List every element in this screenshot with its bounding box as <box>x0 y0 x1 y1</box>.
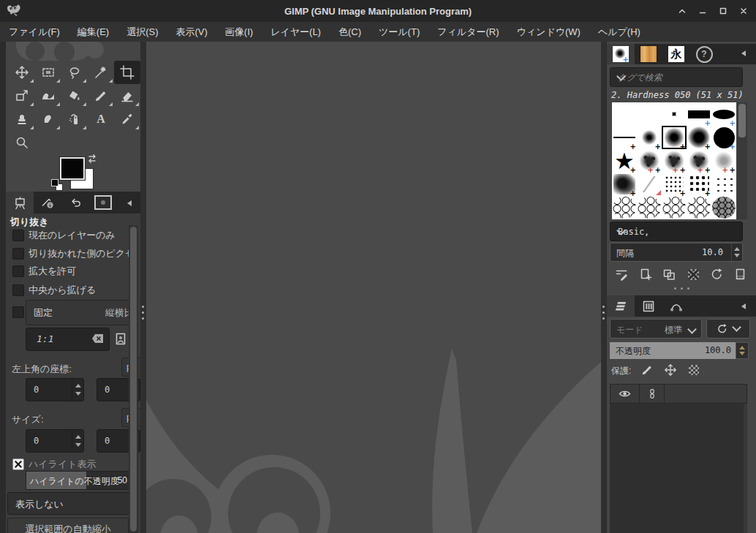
tool-color-picker[interactable] <box>114 107 140 131</box>
brush-cell[interactable] <box>711 173 736 196</box>
brush-cell[interactable]: + <box>687 126 711 149</box>
opacity-spinner-arrows[interactable] <box>736 342 749 359</box>
tool-paintbrush[interactable] <box>88 84 114 107</box>
tool-smudge[interactable] <box>35 107 61 131</box>
maximize-window-icon[interactable] <box>718 6 728 16</box>
lock-position-icon[interactable] <box>664 363 677 377</box>
tab-layers[interactable] <box>607 295 635 317</box>
brush-cell[interactable]: ++ <box>711 149 736 173</box>
menu-colors[interactable]: 色(C) <box>330 22 370 42</box>
duplicate-brush-icon[interactable] <box>661 265 678 283</box>
layer-opacity-slider[interactable]: 不透明度 100.0 <box>610 342 736 359</box>
tool-crop[interactable] <box>114 61 140 84</box>
tool-rectangle-select[interactable] <box>35 61 61 84</box>
new-brush-icon[interactable] <box>637 265 654 283</box>
brush-cell[interactable]: + <box>612 126 637 149</box>
menu-select[interactable]: 選択(S) <box>118 22 167 42</box>
dock-resize-handle[interactable] <box>607 287 756 290</box>
tool-options-scrollbar[interactable] <box>129 225 138 533</box>
layer-mode-switch-button[interactable] <box>706 319 750 339</box>
tool-move[interactable] <box>9 61 35 84</box>
brush-cell[interactable]: ++ <box>662 149 687 173</box>
link-column-header[interactable] <box>639 384 664 404</box>
fixed-aspect-dropdown[interactable]: 固定 縦横比 <box>26 300 131 325</box>
brush-cell[interactable] <box>637 196 662 219</box>
checkbox[interactable] <box>12 230 24 241</box>
delete-brush-icon[interactable] <box>684 265 702 283</box>
brush-cell[interactable] <box>711 196 736 219</box>
lock-alpha-icon[interactable] <box>689 365 699 375</box>
brush-cell[interactable]: + <box>612 149 637 173</box>
spinner-arrows[interactable] <box>731 243 742 261</box>
tab-brushes[interactable]: + <box>607 44 635 64</box>
auto-shrink-button[interactable]: 選択範囲の自動縮小 <box>7 518 129 533</box>
layer-mode-dropdown[interactable]: モード 標準 <box>610 319 702 339</box>
open-brush-as-image-icon[interactable] <box>732 265 749 283</box>
layers-dock-collapse-icon[interactable] <box>737 300 750 311</box>
foreground-color-swatch[interactable] <box>60 157 85 180</box>
tab-device-status[interactable] <box>34 192 61 213</box>
tool-zoom[interactable] <box>9 131 35 154</box>
swap-colors-icon[interactable] <box>86 153 98 165</box>
checkbox[interactable] <box>12 265 24 277</box>
menu-windows[interactable]: ウィンドウ(W) <box>507 22 589 42</box>
brush-tag-search[interactable]: タグで検索 <box>610 67 743 87</box>
checkbox[interactable] <box>12 248 24 260</box>
brush-cell[interactable]: + <box>711 126 736 149</box>
brush-cell[interactable]: ++ <box>637 149 662 173</box>
spinner-arrows[interactable] <box>72 430 83 452</box>
layer-list-empty[interactable] <box>610 404 747 533</box>
tab-patterns[interactable] <box>635 44 662 64</box>
highlight-opacity-slider[interactable]: ハイライトの不透明度 50 <box>26 471 130 490</box>
spinner-arrows[interactable] <box>72 379 83 401</box>
brush-cell[interactable]: + <box>687 102 711 126</box>
visibility-column-header[interactable] <box>610 384 639 404</box>
menu-edit[interactable]: 編集(E) <box>69 22 118 42</box>
checkbox[interactable] <box>12 284 24 296</box>
minimize-window-icon[interactable] <box>698 6 708 16</box>
shade-window-icon[interactable] <box>677 6 687 16</box>
portrait-landscape-icon[interactable] <box>114 330 127 347</box>
tool-gradient[interactable] <box>35 84 61 107</box>
tab-channels[interactable] <box>635 295 662 317</box>
brush-cell[interactable] <box>637 102 662 126</box>
brush-cell[interactable] <box>662 102 687 126</box>
brushes-dock-collapse-icon[interactable] <box>737 48 750 58</box>
menu-file[interactable]: ファイル(F) <box>0 22 69 42</box>
menu-help[interactable]: ヘルプ(H) <box>589 22 649 42</box>
menu-layer[interactable]: レイヤー(L) <box>262 22 330 42</box>
lock-pixels-icon[interactable] <box>640 363 654 377</box>
tab-paths[interactable] <box>662 295 690 317</box>
tab-undo-history[interactable] <box>61 192 89 213</box>
brush-cell[interactable]: + <box>612 173 637 196</box>
menu-tools[interactable]: ツール(T) <box>370 22 428 42</box>
tool-free-select[interactable] <box>61 61 88 84</box>
aspect-ratio-entry[interactable]: 1:1 <box>26 328 110 351</box>
brush-cell[interactable]: + <box>687 173 711 196</box>
brush-cell[interactable]: ++ <box>687 149 711 173</box>
titlebar[interactable]: GIMP (GNU Image Manipulation Program) <box>0 0 756 22</box>
option-delete-cropped-pixels[interactable]: 切り抜かれた側のピクセルを削除 <box>6 246 140 261</box>
brush-spacing-spinbox[interactable]: 間隔 10.0 <box>610 243 743 262</box>
brush-grid-scrollbar[interactable] <box>737 102 747 219</box>
tool-clone[interactable] <box>9 107 35 131</box>
right-panel-splitter[interactable] <box>601 42 607 533</box>
highlight-checkbox-checked[interactable] <box>12 458 24 470</box>
brush-cell-selected[interactable]: + <box>662 126 687 149</box>
tool-airbrush[interactable] <box>61 107 88 131</box>
size-width-spinbox[interactable]: 0 <box>26 429 84 453</box>
canvas-area[interactable] <box>146 42 601 533</box>
clear-entry-icon[interactable] <box>91 333 105 344</box>
brush-cell[interactable] <box>637 173 662 196</box>
brush-cell[interactable] <box>687 196 711 219</box>
tab-document-history[interactable]: ? <box>690 44 718 64</box>
option-current-layer-only[interactable]: 現在のレイヤーのみ <box>6 228 140 243</box>
brush-cell[interactable] <box>662 196 687 219</box>
left-dock-collapse-icon[interactable] <box>123 197 136 208</box>
brush-cell[interactable]: + <box>711 102 736 126</box>
brush-cell[interactable]: + <box>637 126 662 149</box>
default-colors-icon[interactable] <box>51 179 63 191</box>
close-window-icon[interactable] <box>738 6 749 16</box>
refresh-brushes-icon[interactable] <box>708 265 726 283</box>
option-allow-growing[interactable]: 拡大を許可 <box>6 264 140 279</box>
